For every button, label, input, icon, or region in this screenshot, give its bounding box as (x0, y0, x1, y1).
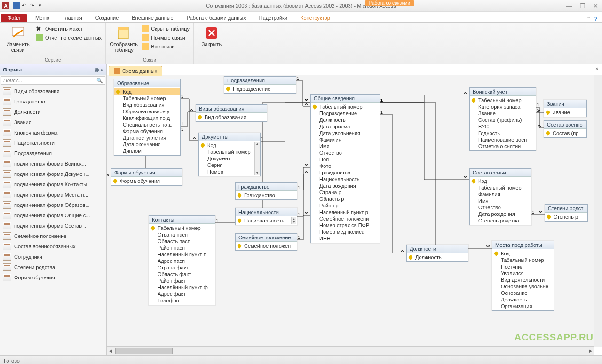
table-header[interactable]: Формы обучения (111, 169, 182, 177)
table-field[interactable]: Пол (311, 156, 380, 163)
table-field[interactable]: Образовательное у (114, 108, 180, 115)
table-grazhd[interactable]: ГражданствоГражданство (235, 182, 297, 200)
table-field[interactable]: Подразделение (311, 110, 380, 117)
table-field[interactable]: Район р (311, 202, 380, 209)
nav-item[interactable]: Кнопочная форма (0, 127, 106, 138)
nav-item[interactable]: подчиненная форма Докумен... (0, 169, 106, 179)
edit-relationships-button[interactable]: Изменить связи (3, 24, 33, 54)
table-formyob[interactable]: Формы обученияФорма обучения (111, 168, 182, 186)
table-header[interactable]: Состав военно (544, 121, 586, 129)
table-sostavv[interactable]: Состав военноСостав (пр (544, 120, 587, 138)
table-field[interactable]: Должность (492, 296, 554, 303)
table-scrollbar[interactable]: ▴▾ (291, 217, 296, 224)
table-field[interactable]: Должность (311, 117, 380, 123)
table-field[interactable]: Номер (199, 168, 260, 175)
help-icon[interactable]: ? (594, 16, 597, 22)
table-header[interactable]: Гражданство (236, 183, 297, 191)
table-steprod[interactable]: Степени родстСтепень р (545, 204, 588, 222)
table-field[interactable]: Национальность (311, 176, 380, 182)
table-scrollbar[interactable]: ▴▾ (254, 142, 260, 175)
table-vidyobr[interactable]: Виды образованияВид образования (196, 104, 267, 122)
tab-menu[interactable]: Меню (29, 14, 56, 22)
table-field[interactable]: Населённый пункт ф (149, 284, 215, 291)
qat-more-icon[interactable]: ▾ (39, 2, 45, 9)
table-header[interactable]: Места пред работы (492, 241, 554, 249)
tab-addins[interactable]: Надстройки (253, 14, 294, 22)
nav-item[interactable]: Национальности (0, 138, 106, 148)
tab-external[interactable]: Внешние данные (125, 14, 180, 22)
tab-file[interactable]: Файл (1, 14, 27, 22)
nav-item[interactable]: Семейное положение (0, 231, 106, 241)
document-tab[interactable]: Схема данных (109, 66, 162, 76)
table-field[interactable]: Наименование воен (470, 136, 536, 143)
table-field[interactable]: Дата приёма (311, 123, 380, 130)
table-field[interactable]: Страна факт (149, 264, 215, 271)
table-field[interactable]: Фото (311, 163, 380, 169)
table-voinsky[interactable]: Воинский учётТабельный номерКатегория за… (469, 87, 536, 151)
table-field[interactable]: Гражданство (311, 169, 380, 176)
tab-designer[interactable]: Конструктор (294, 14, 337, 22)
all-links-button[interactable]: Все связи (141, 42, 190, 51)
close-icon[interactable]: ✕ (593, 2, 598, 9)
nav-item[interactable]: Сотрудники (0, 252, 106, 262)
table-header[interactable]: Национальности (236, 208, 297, 216)
table-header[interactable]: Должности (407, 245, 468, 253)
vertical-scrollbar[interactable] (594, 75, 602, 347)
table-sempol[interactable]: Семейное положениеСемейное положен (235, 233, 297, 251)
table-field[interactable]: Табельный номер (149, 225, 215, 231)
minimize-icon[interactable]: — (566, 2, 572, 9)
table-field[interactable]: Семейное положен (236, 243, 297, 249)
table-header[interactable]: Документы (199, 133, 260, 141)
table-field[interactable]: Подразделение (224, 86, 296, 92)
table-header[interactable]: Образование (114, 79, 180, 87)
table-header[interactable]: Состав семьи (470, 169, 531, 177)
direct-links-button[interactable]: Прямые связи (141, 33, 190, 42)
table-field[interactable]: Отчество (470, 204, 531, 211)
tab-home[interactable]: Главная (56, 14, 89, 22)
table-field[interactable]: Табельный номер (492, 257, 554, 263)
nav-item[interactable]: подчиненная форма Места п... (0, 190, 106, 200)
table-field[interactable]: Квалификация по д (114, 115, 180, 121)
table-obschie[interactable]: Общие сведенияТабельный номерПодразделен… (310, 94, 380, 243)
table-national[interactable]: НациональностиНациональность▴▾ (235, 208, 297, 225)
table-field[interactable]: Телефон (149, 297, 215, 304)
table-field[interactable]: Номер мед полиса (311, 229, 380, 235)
table-field[interactable]: Район факт (149, 277, 215, 284)
table-field[interactable]: Вид образования (196, 114, 267, 120)
table-field[interactable]: Степень р (545, 214, 587, 220)
nav-item[interactable]: Степени родства (0, 262, 106, 272)
undo-icon[interactable]: ↶ (22, 2, 28, 9)
table-field[interactable]: Табельный номер (470, 184, 531, 191)
table-field[interactable]: Адрес пасп (149, 258, 215, 264)
nav-item[interactable]: Должности (0, 107, 106, 117)
table-field[interactable]: Фамилия (311, 136, 380, 143)
table-header[interactable]: Звания (544, 100, 586, 108)
table-field[interactable]: Область р (311, 196, 380, 202)
nav-item[interactable]: Звания (0, 117, 106, 127)
table-field[interactable]: Дата увольнения (311, 130, 380, 136)
nav-item[interactable]: подчиненная форма Общие с... (0, 210, 106, 221)
horizontal-scrollbar[interactable]: ◄ ► (107, 346, 594, 355)
table-field[interactable]: ВУС (470, 123, 536, 130)
table-field[interactable]: Вид образования (114, 102, 180, 108)
table-field[interactable]: Код (114, 88, 180, 95)
table-field[interactable]: Состав (пр (544, 130, 586, 136)
table-field[interactable]: Страна р (311, 189, 380, 196)
table-field[interactable]: Уволился (492, 270, 554, 277)
table-field[interactable]: Организация (492, 303, 554, 309)
table-field[interactable]: Национальность (236, 217, 297, 224)
table-field[interactable]: Документ (199, 155, 260, 162)
table-field[interactable]: Специальность по д (114, 121, 180, 128)
table-documenty[interactable]: ДокументыКодТабельный номерДокументСерия… (198, 133, 261, 176)
scroll-right-icon[interactable]: ► (587, 348, 594, 354)
table-podrazd[interactable]: ПодразделенияПодразделение (224, 76, 296, 94)
table-field[interactable]: Номер страх св ПФР (311, 222, 380, 229)
table-field[interactable]: Область пасп (149, 238, 215, 245)
nav-item[interactable]: Виды образования (0, 86, 106, 96)
table-field[interactable]: Поступил (492, 263, 554, 270)
table-field[interactable]: Вид деятельности (492, 277, 554, 283)
table-field[interactable]: Табельный номер (311, 103, 380, 110)
table-field[interactable]: Состав (профиль) (470, 117, 536, 123)
table-header[interactable]: Контакты (149, 216, 215, 224)
show-table-button[interactable]: Отобразить таблицу (109, 24, 139, 54)
